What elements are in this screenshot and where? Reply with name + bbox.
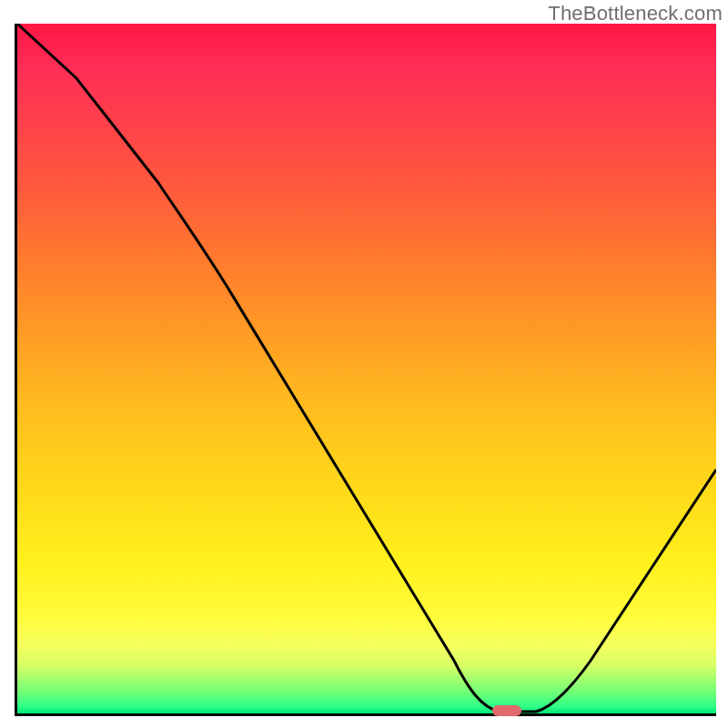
optimal-marker [492,705,521,716]
curve-path [17,24,716,712]
chart-container: TheBottleneck.com [0,0,728,728]
plot-area [15,24,716,716]
watermark-text: TheBottleneck.com [548,2,723,25]
bottleneck-curve [17,24,716,713]
